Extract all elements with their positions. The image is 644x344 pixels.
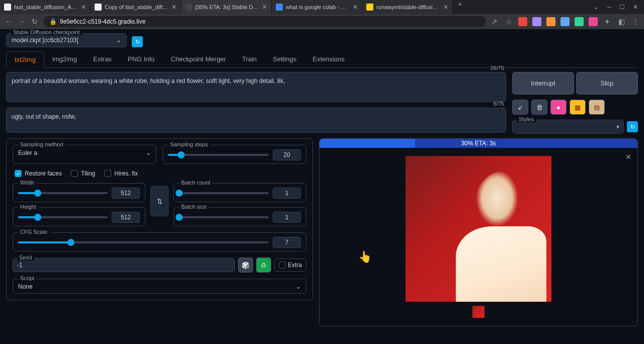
neg-prompt-token-count: 6/75	[494, 101, 504, 107]
browser-tab[interactable]: fast_stable_diffusion_AUTOMA✕	[0, 0, 91, 14]
nav-forward-icon[interactable]: →	[17, 18, 26, 26]
sampling-steps-slider[interactable]	[168, 154, 269, 156]
swap-dims-button[interactable]: ⇅	[150, 186, 169, 216]
refresh-icon: ↻	[630, 124, 635, 130]
checkpoint-refresh-button[interactable]: ↻	[132, 36, 143, 47]
styles-apply-button[interactable]: ↻	[627, 121, 638, 132]
cfg-slider[interactable]	[18, 241, 269, 243]
restore-faces-checkbox[interactable]: ✓Restore faces	[15, 170, 62, 177]
browser-tab[interactable]: Copy of fast_stable_diffusion✕	[91, 0, 181, 14]
prompt-input[interactable]	[6, 72, 506, 102]
tab-close-icon[interactable]: ✕	[443, 4, 448, 11]
nav-reload-icon[interactable]: ↻	[30, 18, 39, 26]
params-panel: Sampling method Euler a ⌄ Sampling steps…	[6, 138, 313, 300]
hires-fix-checkbox[interactable]: Hires. fix	[104, 170, 138, 177]
checkbox-icon	[71, 170, 78, 177]
checkpoint-value: model.ckpt [cc6cb27103]	[12, 37, 78, 44]
window-close-icon[interactable]: ✕	[633, 4, 638, 11]
save-style-button[interactable]: ▦	[570, 100, 586, 115]
prompt-wrapper: 26/75	[6, 72, 506, 104]
extension-icon[interactable]	[518, 17, 527, 26]
script-select[interactable]: None ⌄	[18, 283, 301, 290]
url-input[interactable]: 🔒 9e5e6cc2-c519-4dc5.gradio.live	[43, 16, 486, 27]
actions-column: Interrupt Skip ↙ 🗑 ● ▦ ▤ Styles ▾ ↻	[512, 72, 638, 138]
tab-train[interactable]: Train	[234, 51, 265, 67]
height-slider[interactable]	[18, 216, 108, 218]
trash-icon: 🗑	[536, 104, 543, 111]
tab-close-icon[interactable]: ✕	[353, 4, 358, 11]
cfg-group: CFG Scale 7	[13, 232, 306, 251]
tab-checkpoint-merger[interactable]: Checkpoint Merger	[163, 51, 234, 67]
neg-prompt-input[interactable]	[6, 108, 506, 133]
batch-size-value[interactable]: 1	[273, 212, 301, 223]
tab-img2img[interactable]: img2img	[44, 51, 85, 67]
skip-button[interactable]: Skip	[576, 72, 638, 95]
tab-favicon	[276, 4, 283, 11]
seed-random-button[interactable]: 🎲	[238, 257, 253, 273]
tab-txt2img[interactable]: txt2img	[6, 51, 44, 68]
seed-input[interactable]: Seed -1	[13, 258, 235, 272]
interrupt-button[interactable]: Interrupt	[512, 72, 574, 95]
script-group: Script None ⌄	[13, 279, 306, 294]
clear-prompt-button[interactable]: 🗑	[531, 100, 547, 115]
extension-icon[interactable]	[575, 17, 584, 26]
width-slider[interactable]	[18, 192, 108, 194]
sampling-steps-value[interactable]: 20	[273, 149, 301, 160]
window-maximize-icon[interactable]: ☐	[619, 4, 625, 11]
checkbox-icon	[279, 262, 286, 269]
sampling-method-select[interactable]: Euler a ⌄	[18, 149, 151, 156]
extension-icon[interactable]	[546, 17, 555, 26]
sampling-method-value: Euler a	[18, 149, 37, 156]
tab-settings[interactable]: Settings	[265, 51, 304, 67]
nav-back-icon[interactable]: ←	[4, 18, 13, 26]
batch-size-slider[interactable]	[179, 216, 269, 218]
window-chevron-icon[interactable]: ⌄	[594, 4, 599, 11]
read-params-button[interactable]: ↙	[512, 100, 528, 115]
lower-row: Sampling method Euler a ⌄ Sampling steps…	[6, 138, 638, 326]
generate-buttons: Interrupt Skip	[512, 72, 638, 95]
batch-count-slider[interactable]	[179, 192, 269, 194]
width-label: Width	[18, 180, 36, 186]
width-value[interactable]: 512	[112, 188, 140, 199]
address-bar: ← → ↻ 🔒 9e5e6cc2-c519-4dc5.gradio.live ↗…	[0, 14, 644, 29]
seed-reuse-button[interactable]: ♻	[256, 257, 271, 273]
styles-select[interactable]: Styles ▾	[512, 120, 624, 134]
output-panel: 30% ETA: 3s ✕	[319, 138, 638, 326]
browser-tab[interactable]: runwayml/stable-diffusion-v1✕	[362, 0, 453, 14]
share-icon[interactable]: ↗	[490, 18, 499, 26]
checkpoint-select[interactable]: model.ckpt [cc6cb27103] ⌄	[6, 33, 127, 47]
styles-row: Styles ▾ ↻	[512, 120, 638, 134]
extensions-menu-icon[interactable]: ✦	[603, 18, 612, 26]
height-value[interactable]: 512	[112, 212, 140, 223]
tab-close-icon[interactable]: ✕	[81, 4, 86, 11]
extension-icon[interactable]	[560, 17, 570, 26]
seed-extra-checkbox[interactable]: Extra	[274, 259, 306, 272]
extension-icon[interactable]	[589, 17, 598, 26]
sidepanel-icon[interactable]: ◧	[617, 18, 626, 26]
quick-actions: ↙ 🗑 ● ▦ ▤	[512, 100, 638, 115]
apply-style-button[interactable]: ▤	[589, 100, 605, 115]
window-minimize-icon[interactable]: ─	[607, 4, 611, 11]
tab-png-info[interactable]: PNG Info	[120, 51, 163, 67]
tab-extras[interactable]: Extras	[85, 51, 120, 67]
new-tab-button[interactable]: +	[453, 0, 467, 14]
batch-count-label: Batch count	[179, 180, 212, 186]
browser-tab[interactable]: what is google colab - Google✕	[272, 0, 362, 14]
tab-title: [30% ETA: 3s] Stable Diffusion	[195, 4, 259, 10]
cfg-value[interactable]: 7	[273, 237, 301, 248]
close-preview-button[interactable]: ✕	[625, 153, 631, 161]
browser-tab-active[interactable]: [30% ETA: 3s] Stable Diffusion✕	[181, 0, 272, 14]
menu-icon[interactable]: ⋮	[631, 18, 640, 26]
tab-close-icon[interactable]: ✕	[172, 4, 177, 11]
generated-image[interactable]	[406, 156, 551, 302]
batch-count-value[interactable]: 1	[273, 188, 301, 199]
dice-icon: 🎲	[242, 262, 250, 269]
tab-close-icon[interactable]: ✕	[262, 4, 267, 11]
bookmark-icon[interactable]: ☆	[504, 18, 513, 26]
extension-icon[interactable]	[532, 17, 541, 26]
extra-networks-button[interactable]: ●	[550, 100, 567, 115]
tab-extensions[interactable]: Extensions	[304, 51, 353, 67]
checkpoint-row: Stable Diffusion checkpoint model.ckpt […	[6, 33, 638, 47]
tiling-checkbox[interactable]: Tiling	[71, 170, 95, 177]
image-thumbnail[interactable]	[472, 306, 485, 318]
